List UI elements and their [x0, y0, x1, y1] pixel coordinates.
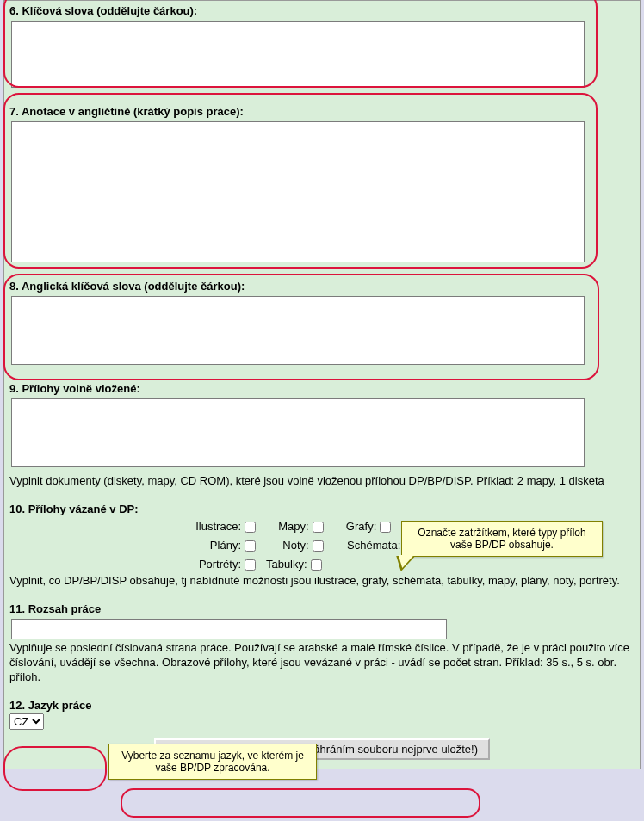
label-noty: Noty: — [275, 536, 309, 555]
checkbox-plany[interactable] — [245, 540, 256, 552]
section-11-hint: Vyplňuje se poslední číslovaná strana pr… — [4, 641, 640, 688]
checkbox-mapy[interactable] — [313, 522, 324, 533]
section-6-label: 6. Klíčová slova (oddělujte čárkou): — [4, 1, 640, 19]
checkbox-grafy[interactable] — [380, 522, 391, 533]
section-11-label: 11. Rozsah práce — [4, 599, 640, 617]
label-ilustrace: Ilustrace: — [176, 517, 241, 536]
checkbox-noty[interactable] — [313, 540, 324, 552]
annotation-en-textarea[interactable] — [11, 121, 585, 262]
section-10-label: 10. Přílohy vázané v DP: — [4, 499, 640, 517]
scope-input[interactable] — [11, 619, 447, 639]
section-7-label: 7. Anotace v angličtině (krátký popis pr… — [4, 102, 640, 120]
tooltip-attachments: Označte zatržítkem, které typy příloh va… — [401, 521, 603, 557]
section-9-hint: Vyplnit dokumenty (diskety, mapy, CD ROM… — [4, 474, 640, 492]
label-grafy: Grafy: — [342, 517, 376, 536]
label-plany: Plány: — [176, 536, 241, 555]
keywords-cz-textarea[interactable] — [11, 21, 585, 88]
checkbox-tabulky[interactable] — [311, 559, 322, 571]
checkbox-portrety[interactable] — [245, 559, 256, 571]
section-12-label: 12. Jazyk práce — [9, 695, 96, 713]
section-9-label: 9. Přílohy volně vložené: — [4, 379, 640, 397]
highlight-box-save — [121, 788, 480, 818]
keywords-en-textarea[interactable] — [11, 296, 585, 365]
checkbox-ilustrace[interactable] — [245, 522, 256, 533]
label-mapy: Mapy: — [275, 517, 309, 536]
free-attachments-textarea[interactable] — [11, 398, 585, 467]
label-tabulky: Tabulky: — [263, 555, 307, 574]
label-portrety: Portréty: — [176, 555, 241, 574]
label-schemata: Schémata: — [342, 536, 400, 555]
tooltip-language: Vyberte za seznamu jazyk, ve kterém je v… — [108, 744, 317, 780]
section-10-hint: Vyplnit, co DP/BP/DISP obsahuje, tj nabí… — [4, 574, 640, 592]
language-select[interactable]: CZ — [9, 713, 44, 730]
section-8-label: 8. Anglická klíčová slova (oddělujte čár… — [4, 276, 640, 294]
